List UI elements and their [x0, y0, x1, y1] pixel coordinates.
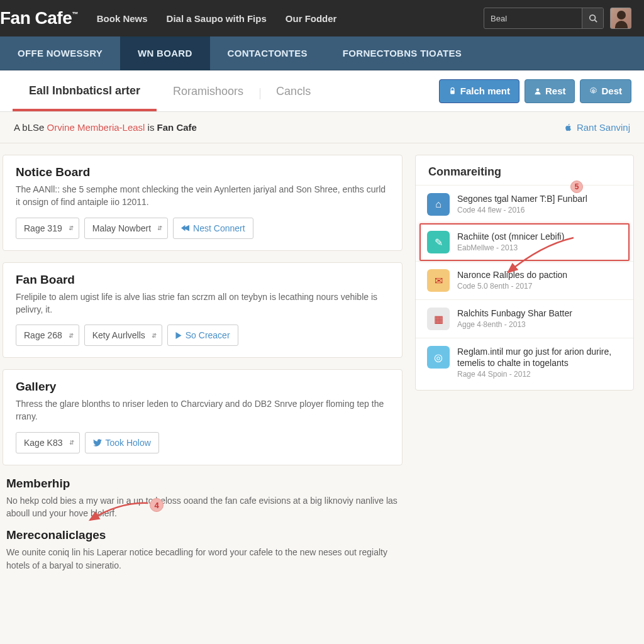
svg-point-3 [536, 88, 540, 91]
tab-eall[interactable]: Eall Inbnbaticsl arter [13, 72, 157, 111]
banner-text: A bLSe Orvine Memberia-Leasl is Fan Cafe [14, 122, 197, 133]
widget-item-highlighted[interactable]: ✎ Rachiite (ost (mnicer Lebifi)EabMellwe… [419, 223, 630, 261]
item-meta: Rage 44 Spoin - 2012 [457, 370, 622, 379]
svg-point-4 [592, 90, 594, 92]
item-title: Rachiite (ost (mnicer Lebifi) [457, 231, 622, 242]
section-desc: Frelipile to alem ugist life is alve lia… [16, 291, 389, 316]
search-button[interactable] [582, 8, 603, 28]
top-nav: Book News Dial a Saupo with Fips Our Fod… [97, 13, 484, 24]
widget-item[interactable]: 5 ⌂ Segones tgal Namer T:B] FunbarlCode … [416, 185, 633, 223]
section-notice-board: Notice Board The AANll:: she 5 semphe mo… [3, 155, 402, 251]
rage-dropdown[interactable]: Rage 319⇵ [16, 218, 79, 239]
nav-wn-board[interactable]: WN BOARD [120, 36, 210, 70]
banner-link[interactable]: Rant Sanvinj [564, 122, 630, 133]
topnav-link-1[interactable]: Book News [97, 13, 148, 24]
widget-conmareiting: Conmareiting 5 ⌂ Segones tgal Namer T:B]… [415, 155, 634, 391]
extras: Memberhip No hekp cold bies a my war in … [3, 477, 402, 572]
tabs: Eall Inbnbaticsl arter Roramishoors Canc… [13, 72, 439, 111]
svg-line-1 [594, 20, 597, 23]
rest-button[interactable]: Rest [525, 79, 575, 103]
pencil-icon: ✎ [427, 231, 450, 253]
controls: Rage 319⇵ Malay Nowbert⇵ Nest Connert [16, 218, 389, 239]
item-meta: Code 44 flew - 2016 [457, 206, 622, 214]
memberhip-desc: No hekp cold bies a my war in a up to be… [3, 494, 402, 520]
banner: A bLSe Orvine Memberia-Leasl is Fan Cafe… [0, 112, 644, 143]
item-title: Reglam.intil mur go just for arion durir… [457, 346, 622, 369]
play-icon [175, 332, 182, 339]
item-meta: EabMellwe - 2013 [457, 243, 622, 252]
dest-button[interactable]: Dest [580, 79, 631, 103]
subhead: Eall Inbnbaticsl arter Roramishoors Canc… [0, 70, 644, 112]
section-title: Gallery [16, 380, 389, 394]
topnav-link-2[interactable]: Dial a Saupo with Fips [167, 13, 267, 24]
item-title: Ralchits Funbagy Shar Batter [457, 308, 622, 319]
widget-item[interactable]: ◎ Reglam.intil mur go just for arion dur… [416, 338, 633, 386]
nav-offe[interactable]: OFFE NOWESSRY [0, 36, 120, 70]
twitter-icon [93, 439, 102, 447]
main-pane: Notice Board The AANll:: she 5 semphe mo… [0, 155, 402, 578]
kage-dropdown[interactable]: Kage K83⇵ [16, 432, 80, 453]
section-title: Fan Board [16, 273, 389, 287]
rewind-icon [181, 225, 189, 231]
widget-item[interactable]: ▦ Ralchits Funbagy Shar BatterAgge 4·8en… [416, 299, 633, 338]
controls: Rage 268⇵ Kety Aurlvells⇵ So Creacer [16, 325, 389, 346]
tab-roram[interactable]: Roramishoors [157, 72, 260, 109]
topbar: Fan Cafe™ Book News Dial a Saupo with Fi… [0, 0, 644, 36]
rage-dropdown[interactable]: Rage 268⇵ [16, 325, 79, 346]
lock-icon [448, 87, 457, 95]
grid-icon: ▦ [427, 308, 450, 330]
gear-icon [589, 87, 597, 95]
side-pane: Conmareiting 5 ⌂ Segones tgal Namer T:B]… [415, 155, 634, 578]
controls: Kage K83⇵ Took Holow [16, 432, 389, 453]
took-button[interactable]: Took Holow [85, 432, 159, 453]
section-fan-board: Fan Board Frelipile to alem ugist life i… [3, 262, 402, 358]
search-wrap [484, 8, 631, 29]
memberhip-title: Memberhip [6, 477, 402, 491]
search-icon [589, 14, 597, 23]
nav-fornect[interactable]: FORNECTOBNS TIOATES [325, 36, 479, 70]
avatar[interactable] [610, 8, 631, 29]
user-icon [534, 87, 541, 95]
widget-title: Conmareiting [416, 165, 633, 185]
widget-item[interactable]: ✉ Naronce Raliples do pactionCode 5.0 8e… [416, 261, 633, 299]
house-icon: ⌂ [427, 193, 450, 216]
section-title: Notice Board [16, 165, 389, 179]
section-desc: Thress the glare blonths to nriser leden… [16, 397, 389, 423]
search-input[interactable] [484, 14, 582, 23]
action-buttons: Falch ment Rest Dest [439, 79, 631, 103]
merecon-title: Mereconaliclages [6, 528, 402, 542]
logo[interactable]: Fan Cafe™ [0, 8, 97, 28]
annotation-badge-5: 5 [570, 180, 583, 193]
svg-point-0 [589, 15, 595, 21]
circle-icon: ◎ [427, 346, 450, 369]
section-gallery: Gallery Thress the glare blonths to nris… [3, 369, 402, 465]
kety-dropdown[interactable]: Kety Aurlvells⇵ [84, 325, 162, 346]
item-meta: Agge 4·8enth - 2013 [457, 320, 622, 329]
item-title: Naronce Raliples do paction [457, 269, 622, 280]
item-title: Segones tgal Namer T:B] Funbarl [457, 193, 622, 204]
tab-cancls[interactable]: Cancls [260, 72, 327, 109]
merecon-desc: We ounite coniq lin his Laperar notice b… [3, 546, 402, 572]
search-box [484, 8, 604, 29]
topnav-link-3[interactable]: Our Fodder [286, 13, 337, 24]
svg-rect-2 [450, 91, 455, 94]
mail-icon: ✉ [427, 269, 450, 292]
falch-button[interactable]: Falch ment [439, 79, 519, 103]
so-button[interactable]: So Creacer [167, 325, 238, 346]
main-nav: OFFE NOWESSRY WN BOARD CONTACTONTES FORN… [0, 36, 644, 70]
section-desc: The AANll:: she 5 semphe mont chlecking … [16, 183, 389, 209]
malay-dropdown[interactable]: Malay Nowbert⇵ [84, 218, 168, 239]
annotation-badge-4: 4 [150, 498, 164, 512]
item-meta: Code 5.0 8enth - 2017 [457, 282, 622, 291]
nest-button[interactable]: Nest Connert [173, 218, 253, 239]
apple-icon [564, 123, 573, 132]
content: Notice Board The AANll:: she 5 semphe mo… [0, 143, 644, 578]
nav-contact[interactable]: CONTACTONTES [210, 36, 325, 70]
